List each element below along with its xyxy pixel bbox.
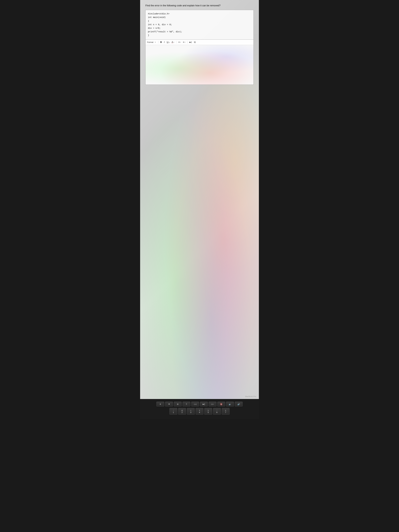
- keyboard-area: ☀ ✦ ⊞ ⠿ ◁◁ ▶︎∥ ▷▷ 🔇 🔉 🔊 !: [140, 399, 259, 419]
- key-4[interactable]: $ 4: [196, 408, 203, 415]
- mute-key[interactable]: 🔇: [217, 402, 225, 407]
- align-chevron: ∨: [180, 41, 181, 43]
- fn-key-row: ☀ ✦ ⊞ ⠿ ◁◁ ▶︎∥ ▷▷ 🔇 🔉 🔊: [144, 402, 255, 407]
- editor-body[interactable]: [146, 45, 253, 85]
- key-6-bottom: 6: [216, 412, 217, 413]
- brightness-up-icon: ✦: [168, 403, 170, 405]
- fast-forward-key[interactable]: ▷▷: [209, 402, 216, 407]
- screen-content: Find the error in the following code and…: [146, 4, 253, 85]
- underline-chevron: ∨: [169, 41, 170, 43]
- rewind-icon: ◁◁: [194, 403, 196, 405]
- rewind-key[interactable]: ◁◁: [191, 402, 199, 407]
- font-color-button[interactable]: A ∨: [171, 41, 175, 44]
- code-block: #include<stdio.h> int main(void) { int n…: [146, 10, 253, 39]
- list-button[interactable]: ≡ ∨: [182, 41, 186, 44]
- format-chevron: ∨: [155, 41, 156, 43]
- key-amp-bottom: 7: [225, 412, 226, 413]
- question-text: Find the error in the following code and…: [146, 4, 253, 7]
- code-line-1: #include<stdio.h>: [148, 12, 251, 16]
- link-button[interactable]: ⛓: [193, 41, 196, 44]
- code-line-8: printf("result = %d", div);: [148, 30, 251, 34]
- brightness-up-key[interactable]: ✦: [165, 402, 173, 407]
- list-chevron: ∨: [184, 41, 185, 43]
- macbook-label: MacBook Pro: [245, 395, 256, 397]
- italic-button[interactable]: I: [163, 41, 165, 44]
- key-4-bottom: 4: [199, 412, 200, 413]
- toolbar-separator-3: [187, 41, 188, 44]
- volume-up-key[interactable]: 🔊: [235, 402, 243, 407]
- launchpad-key[interactable]: ⠿: [183, 402, 190, 407]
- editor-toolbar: Format ∨ B I U ∨ A ∨ ≡ ∨: [146, 40, 253, 45]
- key-6-top: ^: [216, 410, 217, 411]
- volume-down-key[interactable]: 🔉: [226, 402, 234, 407]
- mission-control-icon: ⊞: [177, 403, 178, 405]
- key-1-top: !: [173, 410, 173, 411]
- code-line-6: div = n/0;: [148, 26, 251, 30]
- key-1-bottom: 1: [173, 412, 174, 413]
- code-line-9: }: [148, 34, 251, 37]
- format-label: Format: [147, 41, 153, 43]
- key-2-top: @: [181, 410, 183, 411]
- key-ampersand[interactable]: & 7: [222, 408, 230, 415]
- key-2-bottom: 2: [182, 412, 183, 413]
- key-4-top: $: [199, 410, 200, 411]
- key-1[interactable]: ! 1: [169, 408, 177, 415]
- volume-down-icon: 🔉: [229, 403, 231, 405]
- key-5-top: %: [208, 410, 209, 411]
- media-button[interactable]: ▶︎∥: [189, 41, 192, 43]
- key-6[interactable]: ^ 6: [213, 408, 221, 415]
- bold-button[interactable]: B: [160, 41, 163, 44]
- number-key-row: ! 1 @ 2 # 3 $ 4 % 5 ^ 6 & 7: [144, 408, 255, 415]
- launchpad-icon: ⠿: [186, 403, 187, 405]
- key-3[interactable]: # 3: [187, 408, 195, 415]
- underline-button[interactable]: U ∨: [166, 41, 170, 44]
- volume-up-icon: 🔊: [237, 403, 240, 405]
- mute-icon: 🔇: [220, 403, 223, 405]
- key-amp-top: &: [225, 410, 226, 411]
- laptop-screen: Find the error in the following code and…: [140, 0, 259, 399]
- key-5-bottom: 5: [208, 412, 209, 413]
- key-5[interactable]: % 5: [204, 408, 212, 415]
- fast-forward-icon: ▷▷: [211, 403, 214, 405]
- text-align-button[interactable]: ≡ ∨: [178, 41, 181, 44]
- play-pause-icon: ▶︎∥: [203, 403, 205, 405]
- key-2[interactable]: @ 2: [178, 408, 186, 415]
- key-3-top: #: [190, 410, 191, 411]
- code-line-2: int main(void): [148, 16, 251, 19]
- brightness-down-key[interactable]: ☀: [156, 402, 164, 407]
- rich-text-editor[interactable]: Format ∨ B I U ∨ A ∨ ≡ ∨: [146, 40, 253, 85]
- code-line-4: int n = 9, div = 0;: [148, 23, 251, 26]
- mission-control-key[interactable]: ⊞: [174, 402, 182, 407]
- key-3-bottom: 3: [190, 412, 191, 413]
- font-color-chevron: ∨: [173, 41, 174, 43]
- brightness-down-icon: ☀: [159, 403, 161, 405]
- play-pause-key[interactable]: ▶︎∥: [200, 402, 208, 407]
- code-line-3: {: [148, 19, 251, 23]
